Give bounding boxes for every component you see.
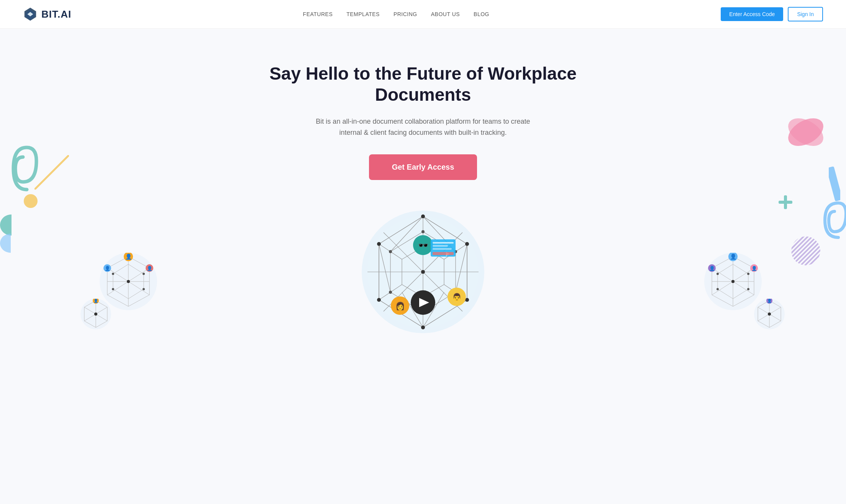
logo: BIT.AI: [23, 7, 71, 21]
svg-point-6: [785, 113, 827, 151]
nav-item-blog[interactable]: BLOG: [474, 11, 489, 18]
hero-section: Say Hello to the Future of Workplace Doc…: [0, 29, 846, 333]
svg-text:👨: 👨: [452, 293, 462, 302]
svg-text:👤: 👤: [147, 265, 152, 271]
yellow-line-decoration: [34, 155, 69, 191]
sign-in-button[interactable]: Sign In: [788, 7, 823, 21]
hero-subtitle: Bit is an all-in-one document collaborat…: [316, 116, 530, 138]
svg-text:👤: 👤: [751, 265, 757, 271]
bottom-right-network-node: 👤: [754, 299, 785, 329]
bottom-left-network-node: 👤: [80, 299, 111, 329]
svg-rect-71: [433, 245, 448, 247]
svg-point-96: [716, 288, 719, 290]
navbar: BIT.AI FEATURES TEMPLATES PRICING ABOUT …: [0, 0, 846, 29]
svg-point-25: [127, 280, 130, 283]
get-early-access-button[interactable]: Get Early Access: [369, 154, 477, 180]
svg-text:👤: 👤: [93, 299, 98, 303]
svg-text:👩: 👩: [395, 301, 405, 311]
nav-item-pricing[interactable]: PRICING: [393, 11, 417, 18]
svg-point-29: [143, 288, 145, 290]
svg-point-64: [389, 291, 392, 294]
nav-buttons: Enter Access Code Sign In: [721, 7, 823, 21]
hero-title: Say Hello to the Future of Workplace Doc…: [251, 63, 595, 105]
svg-point-94: [716, 273, 719, 275]
svg-point-5: [785, 113, 827, 151]
svg-point-54: [421, 214, 425, 218]
nav-item-about[interactable]: ABOUT US: [431, 11, 460, 18]
svg-text:👤: 👤: [709, 265, 715, 271]
svg-point-27: [143, 273, 145, 275]
svg-point-65: [389, 250, 392, 253]
right-network-node: 👤 👤 👤: [704, 253, 762, 310]
nav-links: FEATURES TEMPLATES PRICING ABOUT US BLOG: [303, 11, 489, 18]
svg-rect-7: [829, 167, 840, 201]
svg-point-66: [421, 270, 425, 274]
center-network-node: 🕶️ 👩 👨: [362, 211, 484, 333]
svg-point-95: [747, 273, 749, 275]
teal-paperclip-decoration: [6, 140, 40, 199]
svg-rect-72: [433, 248, 452, 250]
svg-point-104: [94, 313, 97, 316]
svg-line-3: [34, 155, 69, 190]
svg-text:👤: 👤: [767, 299, 772, 303]
svg-rect-70: [433, 242, 454, 244]
svg-point-26: [112, 273, 114, 275]
svg-point-28: [112, 288, 114, 290]
enter-access-code-button[interactable]: Enter Access Code: [721, 7, 783, 21]
svg-point-97: [747, 288, 749, 290]
logo-icon: [23, 7, 38, 21]
svg-text:👤: 👤: [730, 254, 737, 260]
svg-point-55: [465, 242, 469, 246]
logo-text: BIT.AI: [41, 8, 71, 20]
blue-rect-decoration: [829, 167, 840, 203]
svg-text:👤: 👤: [125, 254, 132, 260]
svg-rect-74: [433, 252, 454, 255]
nav-item-features[interactable]: FEATURES: [303, 11, 333, 18]
svg-point-59: [377, 242, 381, 246]
illustration-area: 👤 👤 👤: [8, 203, 838, 333]
svg-point-93: [731, 280, 735, 283]
svg-point-111: [768, 313, 771, 316]
svg-point-60: [421, 230, 425, 233]
svg-point-57: [421, 326, 425, 329]
pink-shape-decoration: [785, 113, 827, 153]
svg-point-58: [377, 298, 381, 302]
svg-text:👤: 👤: [105, 265, 110, 271]
nav-item-templates[interactable]: TEMPLATES: [346, 11, 380, 18]
svg-text:🕶️: 🕶️: [418, 240, 429, 250]
